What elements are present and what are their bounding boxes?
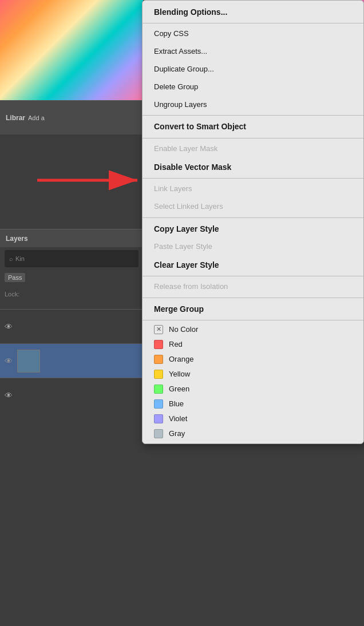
visibility-icon-3[interactable]: 👁 [3,390,14,401]
yellow-color-swatch [154,370,163,379]
no-color-label: No Color [169,325,198,334]
context-menu: Blending Options... Copy CSS Extract Ass… [142,0,364,444]
menu-item-copy-layer-style[interactable]: Copy Layer Style [143,220,363,238]
red-color-swatch [154,340,163,349]
menu-item-select-linked-layers: Select Linked Layers [143,198,363,216]
menu-item-disable-vector-mask[interactable]: Disable Vector Mask [143,158,363,176]
menu-item-extract-assets[interactable]: Extract Assets... [143,43,363,61]
menu-item-color-red[interactable]: Red [143,337,363,352]
menu-item-blending-options[interactable]: Blending Options... [143,3,363,21]
menu-divider-4 [143,178,363,179]
menu-item-release-from-isolation: Release from Isolation [143,278,363,296]
orange-color-label: Orange [169,355,193,363]
green-color-swatch [154,385,163,394]
violet-color-swatch [154,414,163,423]
visibility-icon[interactable]: 👁 [3,321,14,332]
menu-divider-2 [143,115,363,116]
layer-row-2[interactable]: 👁 [0,343,143,378]
lock-label: Lock: [5,291,19,298]
no-color-swatch: ✕ [154,325,163,334]
visibility-icon-2[interactable]: 👁 [3,355,14,367]
blue-color-label: Blue [169,399,184,408]
menu-item-merge-group[interactable]: Merge Group [143,300,363,318]
menu-item-color-green[interactable]: Green [143,382,363,397]
layer-list: 👁 👁 👁 [0,309,143,412]
layers-title: Layers [6,235,28,243]
menu-item-color-gray[interactable]: Gray [143,426,363,441]
menu-item-delete-group[interactable]: Delete Group [143,78,363,96]
library-add-label: Add a [28,114,45,121]
gray-color-label: Gray [169,429,185,438]
menu-divider-5 [143,217,363,218]
layers-search-bar[interactable]: ⌕ Kin [5,250,139,267]
lock-row: Lock: [0,287,143,302]
color-picker [0,0,143,100]
menu-item-no-color[interactable]: ✕ No Color [143,322,363,337]
pass-label: Pass [5,273,25,282]
library-section: Librar Add a [0,100,143,134]
menu-item-duplicate-group[interactable]: Duplicate Group... [143,61,363,78]
menu-divider-6 [143,276,363,276]
blue-color-swatch [154,399,163,409]
green-color-label: Green [169,385,189,393]
menu-item-enable-layer-mask: Enable Layer Mask [143,140,363,158]
red-color-label: Red [169,340,183,348]
menu-divider-7 [143,298,363,298]
pass-through-row: Pass [5,270,139,285]
menu-item-ungroup-layers[interactable]: Ungroup Layers [143,96,363,114]
menu-item-color-orange[interactable]: Orange [143,352,363,367]
orange-color-swatch [154,355,163,364]
menu-item-color-blue[interactable]: Blue [143,397,363,411]
yellow-color-label: Yellow [169,370,190,378]
menu-divider-1 [143,23,363,23]
layer-row-3[interactable]: 👁 [0,378,143,412]
menu-item-color-yellow[interactable]: Yellow [143,367,363,382]
menu-item-paste-layer-style: Paste Layer Style [143,238,363,256]
layers-section: Layers ⌕ Kin Pass Lock: [0,229,143,302]
layer-thumbnail-2 [17,350,40,373]
violet-color-label: Violet [169,414,187,423]
search-icon: ⌕ [9,255,13,262]
gray-color-swatch [154,429,163,438]
menu-divider-8 [143,320,363,320]
layer-row[interactable]: 👁 [0,309,143,343]
menu-item-clear-layer-style[interactable]: Clear Layer Style [143,256,363,274]
red-arrow [34,166,149,197]
menu-item-convert-smart-object[interactable]: Convert to Smart Object [143,117,363,136]
search-input-text: Kin [15,255,25,262]
layers-header: Layers [0,229,143,247]
menu-item-link-layers: Link Layers [143,180,363,198]
menu-divider-3 [143,138,363,138]
library-label: Librar [6,114,25,122]
menu-item-copy-css[interactable]: Copy CSS [143,25,363,43]
menu-item-color-violet[interactable]: Violet [143,411,363,426]
